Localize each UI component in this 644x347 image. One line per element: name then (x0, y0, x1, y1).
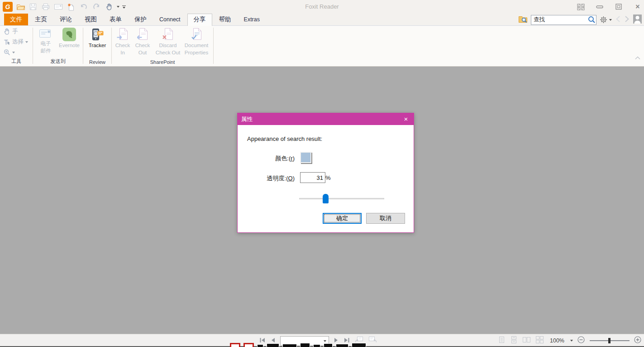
window-title: Foxit Reader (0, 0, 644, 14)
evernote-icon (62, 28, 76, 41)
restore-window-button[interactable] (614, 3, 623, 11)
single-page-view-icon[interactable] (498, 336, 506, 345)
tab-file[interactable]: 文件 (4, 14, 28, 25)
cutoff-red-box (243, 343, 254, 347)
zoom-slider[interactable] (590, 337, 630, 344)
search-magnifier-icon[interactable] (588, 16, 596, 25)
document-properties-icon (191, 28, 202, 41)
tab-extras[interactable]: Extras (238, 14, 266, 25)
document-properties-button[interactable]: Document Properties (181, 28, 212, 56)
tab-protect[interactable]: 保护 (129, 14, 153, 25)
search-input[interactable] (531, 15, 596, 25)
review-group: Tracker Review (83, 26, 111, 66)
close-window-button[interactable]: × (633, 3, 642, 11)
tab-help[interactable]: 帮助 (213, 14, 237, 25)
zoom-slider-thumb (608, 338, 611, 343)
hand-tool-button[interactable]: 手 (0, 27, 33, 36)
nav-forward-icon[interactable] (624, 15, 630, 24)
dialog-buttons: 确定 取消 (238, 213, 414, 224)
user-avatar-icon[interactable] (633, 14, 642, 25)
opacity-slider-track[interactable] (299, 198, 384, 199)
check-out-icon (137, 28, 148, 41)
discard-check-out-icon (162, 28, 174, 41)
check-out-button[interactable]: Check Out (133, 28, 153, 56)
email-big-icon (39, 28, 52, 39)
dialog-title: 属性 (241, 116, 253, 122)
page-combo-dropdown-icon[interactable] (324, 340, 326, 342)
ribbon-tab-row: 文件 主页 评论 视图 表单 保护 Connect 分享 帮助 Extras (0, 14, 644, 26)
titlebar: G (0, 0, 644, 14)
gear-icon (600, 16, 607, 24)
ok-button[interactable]: 确定 (323, 213, 362, 224)
sharepoint-group-label: SharePoint (112, 59, 213, 65)
tracker-button[interactable]: Tracker (85, 28, 110, 48)
hand-icon (4, 28, 10, 35)
zoom-out-button[interactable] (577, 336, 585, 346)
tools-group-label: 工具 (0, 58, 33, 65)
search-folder-icon[interactable] (518, 15, 528, 25)
opacity-slider-thumb[interactable] (323, 194, 329, 203)
tab-comment[interactable]: 评论 (54, 14, 78, 25)
view-controls: 100% (498, 336, 642, 345)
tab-home[interactable]: 主页 (29, 14, 53, 25)
collapse-ribbon-icon[interactable] (635, 53, 640, 62)
cutoff-overlay-glyphs (230, 343, 386, 347)
tab-form[interactable]: 表单 (104, 14, 128, 25)
send-to-group-label: 发送到 (33, 58, 83, 65)
zoom-dropdown-icon (12, 52, 15, 53)
tools-group: 手 选择 工具 (0, 26, 33, 66)
opacity-input[interactable] (300, 172, 325, 183)
ribbon: 手 选择 工具 电子 邮件 Evernote (0, 26, 644, 67)
zoom-dropdown-icon[interactable] (570, 340, 573, 342)
tracker-icon (91, 28, 104, 41)
percent-sign: % (325, 174, 331, 181)
window-controls: × (576, 3, 642, 11)
review-group-label: Review (83, 59, 111, 65)
opacity-label: 透明度:(O) (238, 174, 295, 183)
evernote-button[interactable]: Evernote (57, 28, 82, 48)
zoom-in-button[interactable] (634, 336, 642, 346)
find-search-box (531, 15, 596, 25)
restore-layout-icon[interactable] (576, 3, 585, 11)
tab-connect[interactable]: Connect (153, 14, 186, 25)
facing-view-icon[interactable] (522, 336, 531, 345)
discard-check-out-button[interactable]: Discard Check Out (153, 28, 182, 56)
nav-back-icon[interactable] (615, 15, 621, 24)
select-tool-button[interactable]: 选择 (0, 37, 33, 47)
send-to-group: 电子 邮件 Evernote 发送到 (33, 26, 83, 66)
sharepoint-group: Check In Check Out Discard Check Out Doc… (112, 26, 213, 66)
cutoff-red-box (230, 343, 240, 347)
zoom-level-value[interactable]: 100% (549, 337, 566, 344)
properties-dialog: 属性 × Appearance of search result: 颜色:(r)… (237, 113, 414, 233)
opacity-slider (299, 194, 384, 204)
zoom-tool-button[interactable] (0, 48, 33, 57)
check-in-button[interactable]: Check In (113, 28, 133, 56)
tab-view[interactable]: 视图 (79, 14, 103, 25)
select-dropdown-icon (25, 41, 28, 43)
find-toolbar (518, 14, 642, 25)
color-swatch[interactable] (300, 152, 311, 163)
continuous-facing-view-icon[interactable] (535, 336, 544, 345)
color-label: 颜色:(r) (238, 154, 295, 163)
zoom-magnifier-icon (4, 49, 10, 56)
select-text-icon (4, 39, 10, 45)
appearance-label: Appearance of search result: (247, 135, 322, 142)
tab-share[interactable]: 分享 (187, 14, 212, 26)
cancel-button[interactable]: 取消 (366, 213, 405, 224)
continuous-view-icon[interactable] (510, 336, 518, 345)
check-in-icon (117, 28, 129, 41)
email-button[interactable]: 电子 邮件 (35, 28, 57, 54)
document-area: 属性 × Appearance of search result: 颜色:(r)… (0, 67, 644, 334)
app-window: G (0, 0, 644, 347)
dialog-close-button[interactable]: × (398, 113, 414, 125)
settings-menu[interactable] (600, 16, 612, 24)
minimize-button[interactable] (595, 3, 604, 11)
dialog-titlebar: 属性 × (238, 113, 414, 125)
